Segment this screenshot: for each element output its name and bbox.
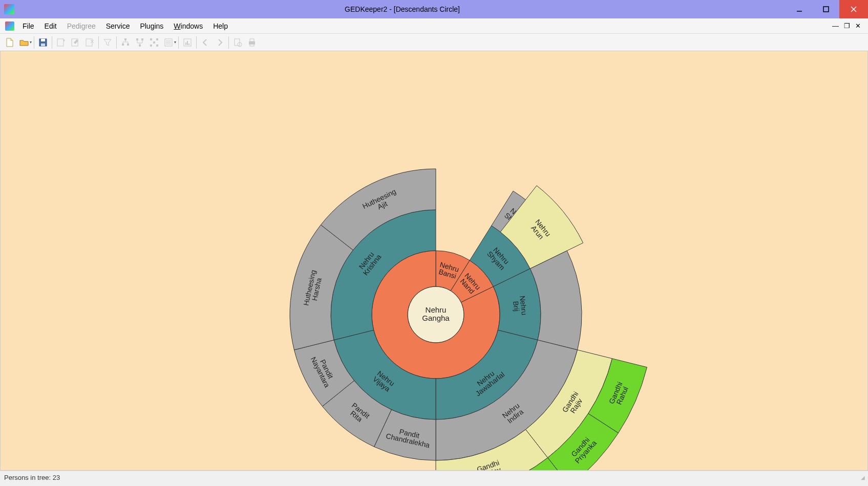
new-file-button[interactable] bbox=[3, 36, 16, 49]
menu-service[interactable]: Service bbox=[101, 20, 135, 32]
menubar: File Edit Pedigree Service Plugins Windo… bbox=[0, 18, 868, 34]
menu-plugins[interactable]: Plugins bbox=[135, 20, 168, 32]
nav-forward-button bbox=[213, 36, 226, 49]
menu-help[interactable]: Help bbox=[208, 20, 233, 32]
delete-record-button bbox=[83, 36, 96, 49]
menu-file[interactable]: File bbox=[17, 20, 39, 32]
separator bbox=[178, 36, 179, 49]
separator bbox=[34, 36, 34, 49]
app-icon-small bbox=[5, 21, 14, 31]
mdi-close-button[interactable]: ✕ bbox=[855, 22, 861, 30]
mdi-minimize-button[interactable]: — bbox=[832, 22, 839, 30]
svg-rect-36 bbox=[250, 39, 254, 41]
window-title: GEDKeeper2 - [Descendants Circle] bbox=[18, 5, 786, 13]
menu-edit[interactable]: Edit bbox=[39, 20, 62, 32]
svg-rect-1 bbox=[823, 7, 829, 12]
svg-rect-33 bbox=[235, 39, 240, 46]
menu-windows[interactable]: Windows bbox=[168, 20, 208, 32]
menu-pedigree: Pedigree bbox=[62, 20, 101, 32]
toolbar: ▾ ▾ bbox=[0, 34, 868, 51]
mdi-restore-button[interactable]: ❐ bbox=[844, 22, 850, 30]
maximize-button[interactable] bbox=[813, 0, 839, 18]
separator bbox=[228, 36, 229, 49]
svg-rect-22 bbox=[156, 38, 158, 40]
separator bbox=[98, 36, 99, 49]
statusbar: Persons in tree: 23 ◢ bbox=[0, 471, 868, 484]
titlebar: GEDKeeper2 - [Descendants Circle] bbox=[0, 0, 868, 18]
svg-rect-17 bbox=[139, 45, 141, 47]
svg-rect-14 bbox=[124, 38, 126, 40]
open-dropdown-icon[interactable]: ▾ bbox=[30, 40, 32, 45]
svg-rect-23 bbox=[150, 45, 152, 47]
chart-center-label: NehruGangha bbox=[422, 305, 450, 322]
svg-rect-18 bbox=[136, 38, 138, 40]
close-button[interactable] bbox=[839, 0, 868, 18]
edit-record-button bbox=[69, 36, 82, 49]
stats-button bbox=[181, 36, 194, 49]
print-button bbox=[245, 36, 259, 49]
svg-rect-30 bbox=[185, 42, 186, 45]
minimize-button[interactable] bbox=[786, 0, 813, 18]
descendants-circle-chart[interactable]: NehruGanghaNehruBansiNehruNandNehruShyam… bbox=[1, 51, 868, 471]
svg-rect-24 bbox=[156, 45, 158, 47]
separator bbox=[196, 36, 197, 49]
svg-rect-16 bbox=[127, 43, 129, 46]
svg-rect-6 bbox=[41, 43, 45, 46]
separator bbox=[116, 36, 117, 49]
svg-rect-7 bbox=[57, 39, 63, 46]
nav-back-button bbox=[199, 36, 212, 49]
svg-rect-31 bbox=[187, 41, 188, 45]
svg-rect-15 bbox=[122, 43, 124, 46]
open-file-button[interactable] bbox=[17, 36, 31, 49]
svg-rect-5 bbox=[41, 39, 45, 41]
status-persons-label: Persons in tree: 23 bbox=[4, 474, 60, 481]
svg-rect-19 bbox=[141, 38, 143, 40]
tree-descendants-button bbox=[133, 36, 146, 49]
svg-rect-20 bbox=[153, 41, 155, 43]
svg-rect-21 bbox=[150, 38, 152, 40]
save-button[interactable] bbox=[36, 36, 50, 49]
tree-ancestors-button bbox=[119, 36, 132, 49]
separator bbox=[52, 36, 52, 49]
resize-grip-icon[interactable]: ◢ bbox=[861, 475, 864, 480]
chart-canvas[interactable]: NehruGanghaNehruBansiNehruNandNehruShyam… bbox=[0, 51, 868, 471]
pedigree-button bbox=[162, 36, 175, 49]
tree-both-button bbox=[147, 36, 161, 49]
add-record-button bbox=[54, 36, 68, 49]
filter-button bbox=[101, 36, 114, 49]
print-preview-button bbox=[231, 36, 244, 49]
svg-rect-32 bbox=[188, 43, 189, 45]
app-icon bbox=[4, 4, 14, 14]
